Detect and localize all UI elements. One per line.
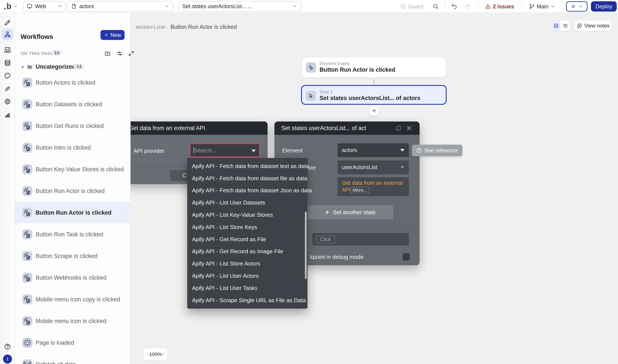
avatar[interactable]: I bbox=[3, 355, 12, 364]
workflow-list-item[interactable]: Mobile menu icon copy is clicked bbox=[15, 288, 131, 310]
issues-button[interactable]: 2 issues bbox=[485, 3, 514, 10]
page-label: actors bbox=[79, 3, 94, 9]
bubble-logo: b bbox=[4, 2, 11, 10]
list-view-button[interactable] bbox=[561, 21, 570, 31]
page-select[interactable]: actors bbox=[67, 1, 173, 11]
chevron-down-icon bbox=[551, 4, 555, 9]
see-reference-button[interactable]: See reference bbox=[412, 145, 462, 156]
state-value-expression[interactable]: Get data from an external APIMore... bbox=[338, 177, 409, 196]
zoom-in-button[interactable] bbox=[161, 352, 164, 356]
click-chip: Click bbox=[316, 235, 335, 243]
provider-menu-item[interactable]: Apify API - List User Datasets bbox=[187, 197, 307, 209]
deploy-button[interactable]: Deploy bbox=[591, 1, 617, 12]
workflow-list-item[interactable]: Page is loaded bbox=[15, 332, 131, 353]
provider-menu-item[interactable]: Apify API - Fetch data from dataset text… bbox=[187, 160, 307, 172]
logs-icon[interactable] bbox=[3, 110, 12, 118]
workflow-item-label: Button Get Runs is clicked bbox=[36, 123, 104, 130]
step-card-kind: Step 1 bbox=[319, 89, 333, 94]
branch-select[interactable]: Main bbox=[529, 3, 555, 10]
app-logo[interactable]: b bbox=[4, 2, 18, 10]
set-another-state-button[interactable]: Set another state bbox=[307, 205, 393, 219]
provider-menu-item[interactable]: Apify API - List User Actors bbox=[187, 270, 307, 282]
element-select[interactable]: actors bbox=[338, 143, 409, 157]
step-card-selected[interactable]: Step 1 Set states userActorsList... of a… bbox=[301, 85, 447, 105]
state-select[interactable]: userActorsList bbox=[338, 160, 409, 174]
provider-menu-item[interactable]: Apify API - Get Record as File bbox=[187, 233, 307, 246]
help-icon[interactable] bbox=[3, 342, 12, 351]
workflow-item-label: Mobile menu icon is clicked bbox=[36, 318, 106, 325]
workflow-list-item[interactable]: Button Scrape is clicked bbox=[15, 245, 131, 267]
workflow-list-item[interactable]: Button Run Actor is clicked bbox=[15, 202, 131, 223]
provider-menu-item[interactable]: Apify API - List Store Keys bbox=[187, 221, 307, 233]
workflow-list-item[interactable]: Button Run Task is clicked bbox=[15, 223, 131, 245]
provider-menu-item[interactable]: Apify API - Fetch data from dataset file… bbox=[187, 172, 307, 184]
new-workflow-button[interactable]: New bbox=[101, 30, 125, 40]
cursor-click-icon bbox=[22, 186, 32, 196]
workflow-list-item[interactable]: Button Key-Value Stores is clicked bbox=[15, 158, 131, 180]
cursor-click-icon bbox=[22, 316, 32, 326]
workflow-list-item[interactable]: Mobile menu icon is clicked bbox=[15, 310, 131, 332]
workflow-list-item[interactable]: Button Datasets is clicked bbox=[15, 93, 131, 115]
more-chip[interactable]: More... bbox=[351, 187, 369, 193]
view-notes-button[interactable]: View notes bbox=[575, 21, 612, 31]
api-provider-select[interactable] bbox=[190, 143, 260, 157]
workflow-select[interactable]: Set states userActorsList... ... bbox=[178, 1, 301, 11]
menu-scrollbar[interactable] bbox=[305, 212, 307, 279]
filter-sliders-icon[interactable] bbox=[116, 50, 123, 57]
settings-icon[interactable] bbox=[3, 97, 12, 105]
workflow-list-item[interactable]: Button Webhooks is clicked bbox=[15, 267, 131, 288]
panel-header[interactable]: Set states userActorsList... of act bbox=[275, 121, 420, 135]
event-card[interactable]: Element Event Button Run Actor is clicke… bbox=[302, 57, 446, 77]
workflow-list-item[interactable]: Button Actors is clicked bbox=[15, 72, 131, 93]
provider-menu-item[interactable]: Apify API - List Store Actors bbox=[187, 258, 307, 270]
plugin-icon[interactable] bbox=[3, 85, 12, 93]
provider-search-input[interactable] bbox=[194, 146, 245, 155]
components-icon[interactable] bbox=[3, 46, 12, 54]
provider-menu-item[interactable]: Apify API - List User Tasks bbox=[187, 282, 307, 294]
redo-icon[interactable] bbox=[465, 3, 471, 9]
cursor-click-icon bbox=[22, 251, 32, 261]
comment-bubble-icon[interactable] bbox=[395, 125, 402, 131]
environment-select[interactable]: Web bbox=[23, 1, 66, 11]
search-icon[interactable] bbox=[433, 3, 439, 9]
trigger-field[interactable]: Click bbox=[312, 233, 409, 246]
card-view-button[interactable] bbox=[552, 21, 561, 31]
workflow-list-item[interactable]: Button Get Runs is clicked bbox=[15, 115, 131, 136]
dropdown-arrow-icon bbox=[400, 166, 405, 169]
workflow-list-item[interactable]: Refetch all data bbox=[15, 353, 131, 364]
dialog-header[interactable]: Get data from an external API bbox=[122, 121, 268, 135]
undo-icon[interactable] bbox=[451, 3, 457, 9]
provider-menu-item[interactable]: Apify API - Get Record as Image File bbox=[187, 246, 307, 258]
workflow-item-label: Button Scrape is clicked bbox=[36, 253, 97, 260]
element-label: Element bbox=[282, 147, 302, 154]
event-card-kind: Element Event bbox=[319, 61, 349, 66]
provider-menu-item[interactable]: Apify API - Scrape Single URL as File as… bbox=[187, 294, 307, 307]
debug-mode-checkbox[interactable] bbox=[403, 253, 410, 260]
folder-row-uncategorized[interactable]: Uncategorized 14 bbox=[15, 62, 131, 72]
preview-button[interactable] bbox=[566, 1, 588, 12]
workflow-breadcrumb-name: Button Run Actor is clicked bbox=[171, 24, 237, 30]
workflow-list-item[interactable]: Button Run Actor is clicked bbox=[15, 180, 131, 202]
environment-label: Web bbox=[35, 3, 46, 9]
save-status-label: Saved bbox=[408, 3, 423, 10]
caret-down-icon[interactable] bbox=[21, 65, 25, 69]
dialog-title: Get data from an external API bbox=[129, 125, 205, 131]
provider-menu-item[interactable]: Apify API - List Key-Value Stores bbox=[187, 209, 307, 221]
git-branch-icon bbox=[529, 4, 535, 9]
cursor-click-icon bbox=[22, 273, 32, 283]
pencil-icon[interactable] bbox=[3, 18, 12, 26]
list-view-icon bbox=[563, 23, 568, 28]
close-icon[interactable] bbox=[406, 125, 412, 131]
add-step-button[interactable] bbox=[369, 105, 379, 116]
canvas-header: WORKFLOW: Button Run Actor is clicked bbox=[136, 24, 237, 30]
workflow-icon[interactable] bbox=[3, 30, 12, 39]
expand-icon[interactable] bbox=[128, 50, 134, 57]
database-icon[interactable] bbox=[3, 59, 12, 67]
workflow-list-item[interactable]: Button Intro is clicked bbox=[15, 137, 131, 158]
add-folder-icon[interactable] bbox=[104, 50, 111, 57]
chevron-down-icon bbox=[13, 4, 18, 8]
palette-icon[interactable] bbox=[3, 72, 12, 80]
provider-menu-item[interactable]: Apify API - Fetch data from dataset Json… bbox=[187, 184, 307, 197]
event-card-title: Button Run Actor is clicked bbox=[319, 66, 395, 73]
zoom-out-button[interactable] bbox=[146, 352, 149, 356]
